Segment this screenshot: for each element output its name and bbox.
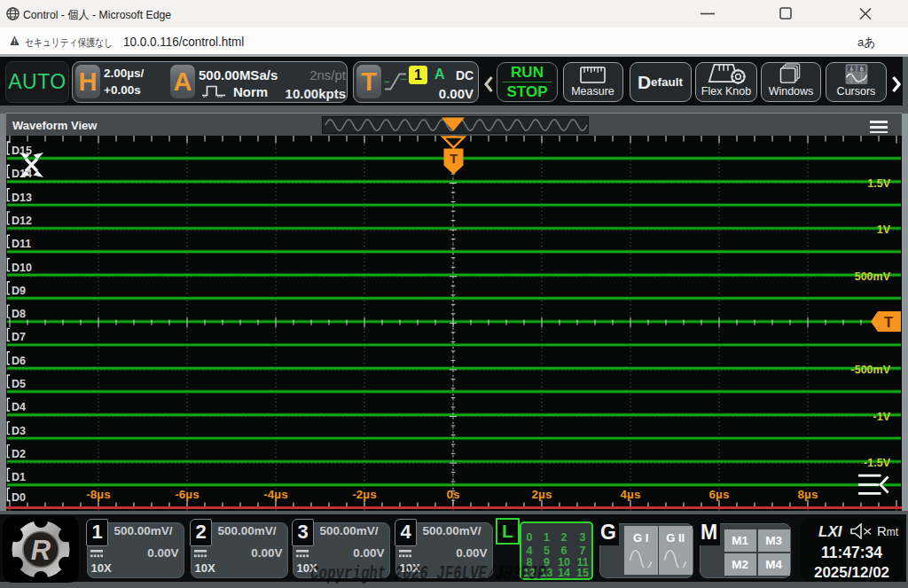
svg-text:-4µs: -4µs [263, 488, 287, 501]
svg-text:-2µs: -2µs [352, 488, 376, 501]
svg-text:T: T [884, 314, 893, 330]
svg-text:D9: D9 [12, 285, 26, 297]
svg-text:D8: D8 [12, 308, 26, 320]
svg-text:-1V: -1V [873, 411, 891, 423]
svg-text:-500mV: -500mV [851, 364, 891, 376]
svg-text:D10: D10 [12, 262, 32, 274]
svg-text:1.5V: 1.5V [867, 177, 890, 190]
svg-text:0: 0 [527, 531, 533, 544]
svg-text:D4: D4 [12, 401, 26, 413]
svg-text:2µs: 2µs [532, 488, 552, 501]
svg-text:D12: D12 [12, 215, 32, 227]
svg-text:D11: D11 [12, 238, 31, 250]
svg-text:1: 1 [544, 531, 550, 544]
svg-text:D2: D2 [12, 448, 26, 460]
svg-text:0s: 0s [446, 488, 459, 501]
svg-text:D13: D13 [12, 192, 32, 204]
svg-text:-8µs: -8µs [86, 488, 110, 501]
svg-text:D1: D1 [12, 471, 26, 483]
svg-text:R: R [31, 535, 51, 566]
svg-text:2: 2 [561, 531, 568, 544]
svg-text:6µs: 6µs [709, 488, 730, 501]
svg-text:D0: D0 [12, 491, 26, 504]
svg-text:15: 15 [576, 567, 589, 578]
svg-text:-1.5V: -1.5V [864, 457, 891, 469]
svg-text:4µs: 4µs [621, 488, 641, 501]
svg-text:D7: D7 [12, 331, 26, 343]
svg-text:3: 3 [580, 531, 586, 544]
svg-text:-6µs: -6µs [175, 488, 199, 501]
svg-text:14: 14 [558, 567, 570, 578]
svg-text:D5: D5 [12, 378, 26, 390]
svg-text:T: T [450, 151, 458, 166]
svg-text:D6: D6 [12, 355, 26, 367]
svg-text:500mV: 500mV [855, 270, 891, 283]
svg-text:1V: 1V [877, 223, 891, 236]
svg-text:8µs: 8µs [798, 488, 818, 501]
svg-text:D3: D3 [12, 425, 26, 437]
